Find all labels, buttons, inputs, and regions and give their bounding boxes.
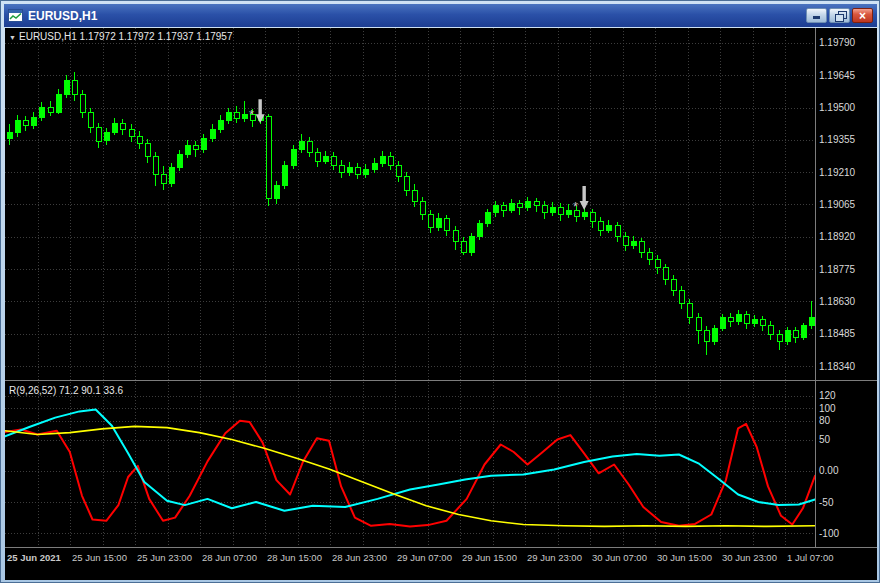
window-title: EURUSD,H1 (28, 9, 97, 23)
indicator-label: R(9,26,52) 71.2 90.1 33.6 (9, 385, 123, 396)
svg-text:29 Jun 15:00: 29 Jun 15:00 (462, 552, 517, 563)
svg-text:30 Jun 07:00: 30 Jun 07:00 (592, 552, 647, 563)
minimize-button[interactable] (806, 8, 827, 23)
svg-text:30 Jun 23:00: 30 Jun 23:00 (722, 552, 777, 563)
svg-text:25 Jun 15:00: 25 Jun 15:00 (72, 552, 127, 563)
svg-text:29 Jun 23:00: 29 Jun 23:00 (527, 552, 582, 563)
svg-text:29 Jun 07:00: 29 Jun 07:00 (397, 552, 452, 563)
svg-text:25 Jun 23:00: 25 Jun 23:00 (137, 552, 192, 563)
svg-text:50: 50 (819, 434, 831, 445)
svg-text:28 Jun 15:00: 28 Jun 15:00 (267, 552, 322, 563)
chart-window-icon (8, 9, 23, 22)
asterisk-marker: * (249, 107, 254, 122)
svg-text:1.18485: 1.18485 (819, 328, 856, 339)
svg-text:1.19645: 1.19645 (819, 70, 856, 81)
svg-text:1.18920: 1.18920 (819, 231, 856, 242)
symbol-dropdown-icon[interactable]: ▼ (9, 34, 16, 41)
svg-text:0.00: 0.00 (819, 465, 839, 476)
restore-button[interactable] (829, 8, 850, 23)
svg-text:25 Jun 2021: 25 Jun 2021 (7, 552, 62, 563)
svg-text:-50: -50 (819, 497, 834, 508)
chart-client-area: **1.197901.196451.195001.193551.192101.1… (5, 28, 877, 580)
svg-text:1.18340: 1.18340 (819, 361, 856, 372)
svg-text:28 Jun 23:00: 28 Jun 23:00 (332, 552, 387, 563)
title-bar[interactable]: EURUSD,H1 × (4, 4, 877, 27)
svg-text:30 Jun 15:00: 30 Jun 15:00 (657, 552, 712, 563)
svg-text:80: 80 (819, 415, 831, 426)
svg-text:1.18630: 1.18630 (819, 296, 856, 307)
svg-text:1 Jul 07:00: 1 Jul 07:00 (787, 552, 833, 563)
svg-text:1.19210: 1.19210 (819, 167, 856, 178)
svg-text:120: 120 (819, 390, 836, 401)
chart-canvas[interactable]: **1.197901.196451.195001.193551.192101.1… (5, 28, 877, 580)
ohlc-readout: EURUSD,H1 1.17972 1.17972 1.17937 1.1795… (19, 31, 233, 42)
chart-window: EURUSD,H1 × **1.197901.196451.195001.193… (0, 0, 880, 583)
window-controls: × (806, 8, 873, 23)
svg-text:100: 100 (819, 403, 836, 414)
svg-text:-100: -100 (819, 528, 839, 539)
close-icon: × (859, 10, 866, 22)
close-button[interactable]: × (852, 8, 873, 23)
svg-text:1.18775: 1.18775 (819, 264, 856, 275)
asterisk-marker: * (573, 199, 578, 214)
svg-text:1.19500: 1.19500 (819, 102, 856, 113)
svg-text:28 Jun 07:00: 28 Jun 07:00 (202, 552, 257, 563)
svg-text:1.19790: 1.19790 (819, 37, 856, 48)
svg-text:1.19065: 1.19065 (819, 199, 856, 210)
svg-text:1.19355: 1.19355 (819, 134, 856, 145)
